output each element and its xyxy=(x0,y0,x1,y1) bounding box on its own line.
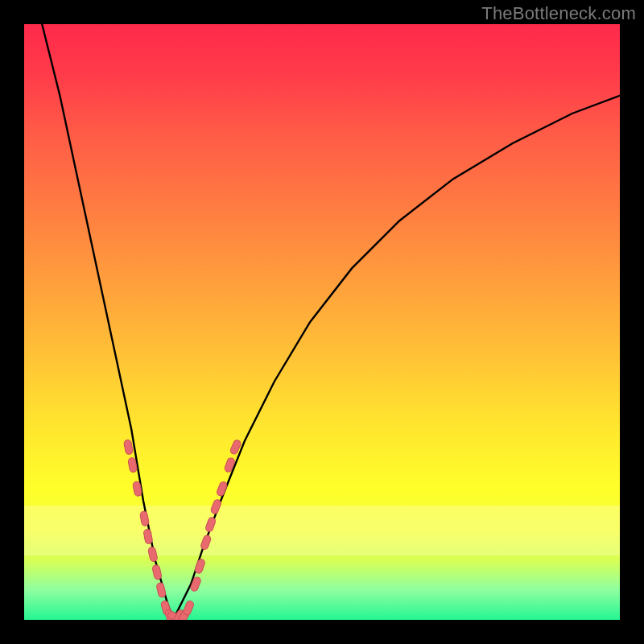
data-marker xyxy=(147,547,158,563)
chart-svg xyxy=(24,24,620,620)
data-marker xyxy=(224,457,236,473)
data-marker xyxy=(139,511,149,526)
data-marker xyxy=(143,529,153,544)
data-marker xyxy=(190,576,202,592)
data-marker xyxy=(152,564,163,580)
data-marker xyxy=(183,600,195,616)
watermark-text: TheBottleneck.com xyxy=(481,3,636,24)
data-marker xyxy=(156,582,167,598)
data-marker xyxy=(204,517,217,533)
data-marker xyxy=(210,498,222,514)
data-marker xyxy=(194,558,206,574)
data-marker xyxy=(123,440,133,455)
plot-area xyxy=(24,24,620,620)
chart-frame: TheBottleneck.com xyxy=(0,0,644,644)
data-marker xyxy=(216,481,228,497)
bottleneck-curve xyxy=(42,24,620,620)
data-marker xyxy=(200,535,212,551)
marker-layer xyxy=(123,439,242,620)
